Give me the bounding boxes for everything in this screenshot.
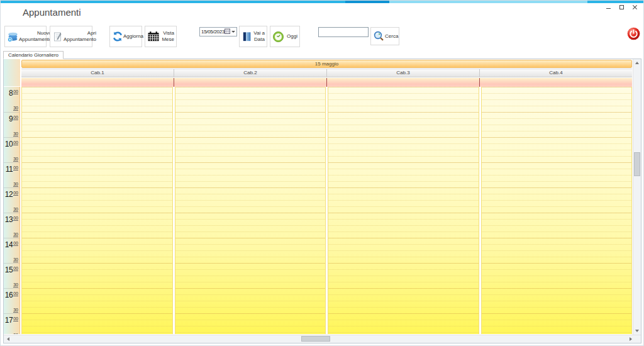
power-exit-button[interactable] [627, 27, 640, 40]
hour-minute-label: 00 [13, 115, 18, 120]
allday-cell-3[interactable] [326, 78, 479, 87]
refresh-label: Aggiorna [123, 33, 143, 40]
go-to-date-button[interactable]: Vai a Data [239, 26, 267, 47]
accent-strip-light-segment [389, 1, 587, 3]
day-column-1[interactable] [21, 87, 173, 334]
half-hour-label: 30 [13, 131, 18, 137]
hour-cell-9: 90030 [4, 112, 19, 137]
half-hour-label: 30 [13, 257, 18, 262]
document-edit-icon [52, 31, 64, 43]
clock-icon [272, 31, 284, 43]
hour-label: 14 [5, 240, 13, 249]
book-icon [242, 31, 252, 42]
new-appointment-button[interactable]: Nuovo Appuntamento [4, 26, 47, 47]
scroll-right-icon[interactable] [630, 337, 632, 341]
top-accent-strip [1, 1, 643, 3]
hour-label: 15 [5, 265, 13, 274]
half-hour-label: 30 [13, 207, 18, 212]
half-hour-label: 30 [13, 106, 18, 111]
month-view-button[interactable]: Vista Mese [145, 26, 177, 47]
column-headers: Cab.1Cab.2Cab.3Cab.4 [21, 69, 632, 77]
calendar-small-icon [225, 28, 230, 35]
hour-label: 11 [6, 165, 13, 174]
hour-minute-label: 00 [13, 216, 18, 221]
hour-minute-label: 00 [13, 291, 18, 296]
hour-cell-10: 100030 [4, 137, 19, 162]
go-to-date-label: Vai a Data [252, 30, 265, 43]
chevron-down-icon[interactable] [231, 31, 235, 33]
day-column-2[interactable] [175, 87, 326, 334]
calendar-panel: 15 maggio Cab.1Cab.2Cab.3Cab.4 800309003… [3, 59, 641, 343]
vertical-scrollbar[interactable] [633, 59, 641, 335]
power-icon [627, 33, 640, 42]
hour-minute-label: 00 [13, 266, 18, 271]
search-button[interactable]: Cerca [370, 27, 399, 45]
hour-label: 10 [5, 140, 13, 148]
hour-label: 9 [9, 114, 13, 123]
column-header-1: Cab.1 [21, 69, 174, 77]
allday-cell-4[interactable] [479, 78, 632, 87]
refresh-button[interactable]: Aggiorna [109, 26, 142, 47]
hour-label: 12 [5, 190, 13, 199]
scroll-left-icon[interactable] [7, 337, 9, 341]
window-controls [606, 4, 638, 10]
hour-cell-12: 120030 [4, 187, 19, 213]
hour-cell-8: 80030 [4, 87, 19, 112]
half-hour-label: 30 [13, 308, 18, 313]
calendar-grid-icon [147, 31, 160, 42]
allday-row [21, 78, 632, 87]
allday-cell-1[interactable] [21, 78, 174, 87]
day-column-3[interactable] [328, 87, 479, 334]
hour-label: 17 [5, 316, 13, 325]
hour-minute-label: 00 [13, 165, 18, 170]
hour-label: 13 [5, 215, 13, 224]
hour-minute-label: 00 [13, 140, 18, 145]
tab-calendario-giornaliero[interactable]: Calendario Giornaliero [3, 51, 64, 59]
horizontal-scroll-thumb[interactable] [301, 336, 330, 342]
column-header-2: Cab.2 [174, 69, 327, 77]
open-appointment-button[interactable]: Apri Appuntamento [50, 26, 92, 47]
magnifier-icon [373, 31, 385, 42]
allday-cell-2[interactable] [174, 78, 326, 87]
date-picker[interactable]: 15/05/2023 [199, 27, 237, 36]
hour-cell-15: 150030 [4, 263, 19, 288]
hour-cell-17: 170030 [4, 313, 19, 334]
horizontal-scrollbar[interactable] [4, 335, 641, 343]
open-appointment-label: Apri Appuntamento [64, 30, 96, 43]
app-window: Appuntamenti Nuovo Appuntamento Apri App [0, 0, 644, 346]
half-hour-label: 30 [13, 157, 18, 162]
time-gutter: 8003090030100030110030120030130030140030… [4, 87, 20, 334]
hour-minute-label: 00 [13, 241, 18, 246]
accent-strip-dark-segment [345, 1, 389, 3]
search-input[interactable] [318, 27, 369, 37]
month-view-label: Vista Mese [160, 30, 174, 43]
hour-cell-13: 130030 [4, 213, 19, 238]
day-columns [21, 87, 632, 334]
half-hour-label: 30 [13, 232, 18, 237]
close-icon[interactable] [632, 4, 638, 10]
column-header-3: Cab.3 [327, 69, 480, 77]
today-button[interactable]: Oggi [270, 26, 300, 47]
half-hour-label: 30 [13, 333, 18, 334]
today-label: Oggi [284, 33, 297, 40]
hour-label: 8 [9, 89, 13, 98]
restore-icon[interactable] [619, 4, 625, 10]
gutter-corner-cell [4, 59, 20, 86]
time-grid: 8003090030100030110030120030130030140030… [4, 87, 633, 334]
hour-cell-14: 140030 [4, 238, 19, 263]
minimize-icon[interactable] [606, 4, 611, 10]
hour-minute-label: 00 [13, 89, 18, 94]
page-title: Appuntamenti [23, 7, 81, 18]
hour-cell-16: 160030 [4, 288, 19, 313]
date-picker-value: 15/05/2023 [201, 29, 225, 35]
date-banner: 15 maggio [21, 60, 632, 68]
scroll-down-icon[interactable] [635, 330, 639, 332]
day-column-4[interactable] [481, 87, 633, 334]
scroll-up-icon[interactable] [635, 62, 639, 64]
refresh-icon [112, 31, 123, 42]
vertical-scroll-thumb[interactable] [634, 152, 640, 176]
new-appointment-label: Nuovo Appuntamento [19, 30, 52, 43]
half-hour-label: 30 [13, 282, 18, 287]
column-header-4: Cab.4 [480, 69, 632, 77]
database-add-icon [7, 31, 19, 43]
